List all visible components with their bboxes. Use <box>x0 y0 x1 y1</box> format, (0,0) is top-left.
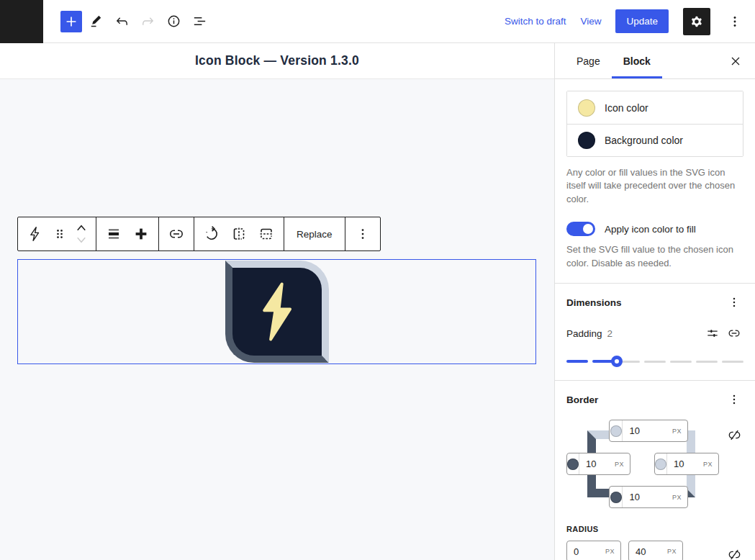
border-right-width-input[interactable] <box>667 459 703 469</box>
update-button[interactable]: Update <box>615 9 669 33</box>
details-button[interactable] <box>161 7 186 36</box>
slider-segment[interactable] <box>696 361 718 363</box>
padding-label: Padding <box>566 328 602 339</box>
lightning-bolt-icon <box>27 225 44 243</box>
border-right-color-button[interactable] <box>655 453 667 474</box>
border-header: Border <box>566 391 743 408</box>
canvas-body[interactable]: Replace <box>0 79 554 560</box>
block-options-button[interactable] <box>349 217 376 250</box>
custom-size-button[interactable] <box>703 324 722 343</box>
redo-button[interactable] <box>135 7 160 36</box>
border-bottom-width-input[interactable] <box>623 492 672 502</box>
document-title-bar: Icon Block — Version 1.3.0 <box>0 43 554 79</box>
tab-page[interactable]: Page <box>565 43 612 78</box>
border-top-color-swatch <box>610 425 622 437</box>
block-mover <box>71 221 92 247</box>
background-color-swatch <box>578 132 595 149</box>
border-top-color-button[interactable] <box>610 420 623 441</box>
padding-slider[interactable] <box>566 356 743 367</box>
rotate-button[interactable] <box>198 217 225 250</box>
border-right-color-swatch <box>655 459 666 470</box>
color-help-text: Any color or fill values in the SVG icon… <box>566 166 743 206</box>
border-right-input-group: PX <box>654 453 719 475</box>
radius-top-left-input[interactable] <box>567 546 605 557</box>
slider-segment[interactable] <box>670 361 692 363</box>
slider-segment[interactable] <box>644 361 666 363</box>
align-button[interactable] <box>100 217 127 250</box>
kebab-icon <box>355 226 371 242</box>
border-left-width-input[interactable] <box>579 459 615 469</box>
border-right-unit: PX <box>703 461 718 468</box>
block-switcher-button[interactable] <box>22 217 49 250</box>
background-color-label: Background color <box>605 135 683 146</box>
border-left-color-button[interactable] <box>567 453 579 474</box>
view-link[interactable]: View <box>580 16 601 27</box>
border-unlink-button[interactable] <box>725 425 743 444</box>
selected-block[interactable] <box>17 259 536 364</box>
unlink-icon <box>727 547 742 560</box>
toolbar-group-transform <box>194 217 284 250</box>
site-logo-button[interactable] <box>0 0 43 43</box>
alignment-matrix-button[interactable] <box>127 217 155 250</box>
rotate-icon <box>203 225 220 243</box>
kebab-icon <box>727 392 741 407</box>
flip-horizontal-icon <box>230 225 248 243</box>
radius-grid: PX PX PX PX <box>566 541 743 560</box>
redo-icon <box>140 13 156 30</box>
dimensions-options-button[interactable] <box>725 293 743 312</box>
radius-label: RADIUS <box>566 525 743 533</box>
close-icon <box>728 54 743 68</box>
flip-horizontal-button[interactable] <box>225 217 253 250</box>
slider-knob[interactable] <box>611 356 623 367</box>
drag-handle-icon <box>53 227 67 241</box>
block-inserter-button[interactable] <box>60 11 82 32</box>
border-bottom-input-group: PX <box>609 486 688 508</box>
replace-button[interactable]: Replace <box>288 217 341 250</box>
flip-vertical-icon <box>258 225 275 243</box>
list-view-button[interactable] <box>187 7 212 36</box>
switch-to-draft-link[interactable]: Switch to draft <box>505 16 566 27</box>
toolbar-group-block <box>18 217 96 250</box>
link-sides-button[interactable] <box>725 324 743 343</box>
editor-topbar: Switch to draft View Update <box>0 0 755 43</box>
move-up-button[interactable] <box>71 221 91 234</box>
drag-handle[interactable] <box>49 217 71 250</box>
settings-button[interactable] <box>683 8 710 35</box>
fill-toggle-help-text: Set the SVG fill value to the chosen ico… <box>566 243 743 270</box>
background-color-row[interactable]: Background color <box>567 124 743 156</box>
close-sidebar-button[interactable] <box>723 49 748 73</box>
border-top-unit: PX <box>672 428 687 435</box>
tab-block[interactable]: Block <box>612 43 662 78</box>
slider-segment[interactable] <box>722 361 743 363</box>
flip-vertical-button[interactable] <box>253 217 280 250</box>
undo-button[interactable] <box>109 7 134 36</box>
link-icon <box>727 326 741 340</box>
icon-color-row[interactable]: Icon color <box>567 91 743 124</box>
radius-top-right-input[interactable] <box>629 546 667 557</box>
list-view-icon <box>191 13 208 30</box>
color-settings-section: Icon color Background color Any color or… <box>555 79 755 283</box>
dimensions-title: Dimensions <box>566 297 622 308</box>
align-center-icon <box>105 225 122 243</box>
border-bottom-color-button[interactable] <box>610 487 623 507</box>
padding-row: Padding 2 <box>566 324 743 343</box>
edit-mode-button[interactable] <box>83 7 108 36</box>
border-options-button[interactable] <box>725 390 743 409</box>
options-menu-button[interactable] <box>725 8 745 35</box>
border-top-width-input[interactable] <box>623 425 672 436</box>
radius-unit: PX <box>667 548 682 555</box>
radius-top-right-group: PX <box>628 541 683 560</box>
apply-fill-toggle[interactable] <box>566 222 595 236</box>
plus-alignment-icon <box>132 225 150 243</box>
slider-segment[interactable] <box>566 360 588 363</box>
topbar-actions: Switch to draft View Update <box>505 8 755 35</box>
gear-icon <box>689 14 705 30</box>
link-button[interactable] <box>163 217 190 250</box>
move-down-button[interactable] <box>71 234 91 247</box>
border-section: Border PX <box>555 380 755 560</box>
chevron-down-icon <box>75 235 88 245</box>
radius-unlink-button[interactable] <box>725 545 743 560</box>
fill-toggle-label: Apply icon color to fill <box>605 224 696 235</box>
editor-window: Switch to draft View Update Icon Block —… <box>0 0 755 560</box>
icon-block[interactable] <box>225 261 329 363</box>
